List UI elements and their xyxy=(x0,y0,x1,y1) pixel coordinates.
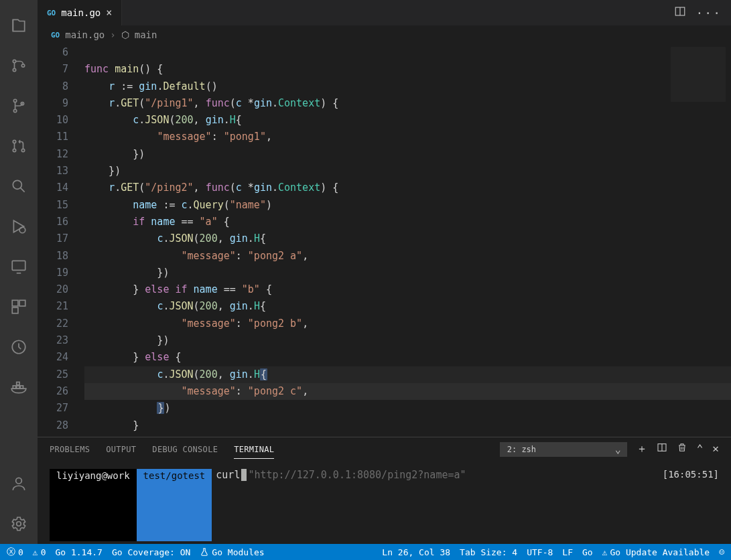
svg-point-9 xyxy=(13,180,21,189)
svg-rect-19 xyxy=(17,382,19,384)
status-tab-size[interactable]: Tab Size: 4 xyxy=(460,547,517,557)
status-feedback-icon[interactable]: ☺ xyxy=(719,547,724,557)
status-coverage[interactable]: Go Coverage: ON xyxy=(112,547,190,557)
branch-icon[interactable] xyxy=(3,90,35,122)
test-icon[interactable] xyxy=(3,331,35,363)
svg-point-3 xyxy=(13,99,16,102)
status-go-modules[interactable]: Go Modules xyxy=(200,547,264,557)
status-go-update[interactable]: ⚠ Go Update Available xyxy=(602,547,710,557)
terminal-selector[interactable]: 2: zsh xyxy=(500,442,627,457)
minimap[interactable] xyxy=(671,47,726,102)
accounts-icon[interactable] xyxy=(3,468,35,500)
svg-point-8 xyxy=(21,149,24,151)
tab-debug-console[interactable]: DEBUG CONSOLE xyxy=(152,445,218,454)
breadcrumb[interactable]: GO main.go › ⬡ main xyxy=(38,25,731,44)
status-go-version[interactable]: Go 1.14.7 xyxy=(55,547,102,557)
status-language[interactable]: Go xyxy=(582,547,593,557)
maximize-panel-icon[interactable]: ⌃ xyxy=(697,442,704,456)
activity-bar xyxy=(0,0,38,544)
editor-area: GO main.go × ··· GO main.go › ⬡ main 678… xyxy=(38,0,731,544)
go-file-icon: GO xyxy=(47,9,56,17)
prompt-path: test/gotest xyxy=(137,469,212,541)
close-tab-icon[interactable]: × xyxy=(106,7,112,19)
prompt-user-host: liyiyang@work xyxy=(50,469,137,541)
svg-point-4 xyxy=(13,109,16,112)
explorer-icon[interactable] xyxy=(3,9,35,42)
bottom-panel: PROBLEMS OUTPUT DEBUG CONSOLE TERMINAL 2… xyxy=(38,437,731,544)
svg-rect-13 xyxy=(19,300,25,306)
svg-point-2 xyxy=(21,64,24,67)
svg-point-10 xyxy=(19,227,25,233)
status-warnings[interactable]: ⚠ 0 xyxy=(33,547,46,557)
package-icon: ⬡ xyxy=(121,29,129,40)
svg-point-0 xyxy=(13,60,15,62)
code-editor[interactable]: 6789101112131415161718192021222324252627… xyxy=(38,44,731,437)
remote-explorer-icon[interactable] xyxy=(3,251,35,283)
docker-icon[interactable] xyxy=(3,371,35,403)
status-bar: ⓧ 0 ⚠ 0 Go 1.14.7 Go Coverage: ON Go Mod… xyxy=(0,544,731,560)
extensions-icon[interactable] xyxy=(3,291,35,323)
tab-output[interactable]: OUTPUT xyxy=(106,445,136,454)
svg-point-20 xyxy=(16,478,22,484)
terminal-cursor xyxy=(241,469,247,481)
more-actions-icon[interactable]: ··· xyxy=(695,6,722,20)
panel-tabs: PROBLEMS OUTPUT DEBUG CONSOLE TERMINAL 2… xyxy=(38,437,731,461)
go-file-icon: GO xyxy=(51,31,60,40)
terminal-command: curl xyxy=(216,469,240,541)
tab-main-go[interactable]: GO main.go × xyxy=(38,0,122,25)
svg-point-1 xyxy=(13,68,15,71)
terminal-argument: "http://127.0.0.1:8080/ping2?name=a" xyxy=(248,469,466,541)
terminal-timestamp: [16:05:51] xyxy=(663,469,719,541)
kill-terminal-icon[interactable] xyxy=(677,442,687,456)
status-eol[interactable]: LF xyxy=(562,547,573,557)
svg-rect-11 xyxy=(12,261,25,270)
breadcrumb-symbol[interactable]: main xyxy=(135,29,157,40)
chevron-right-icon: › xyxy=(110,29,115,40)
code-content[interactable]: func main() { r := gin.Default() r.GET("… xyxy=(84,44,731,437)
status-encoding[interactable]: UTF-8 xyxy=(527,547,553,557)
line-gutter: 6789101112131415161718192021222324252627… xyxy=(38,44,84,437)
breadcrumb-file[interactable]: main.go xyxy=(65,29,105,40)
status-errors[interactable]: ⓧ 0 xyxy=(7,546,23,558)
pull-request-icon[interactable] xyxy=(3,130,35,162)
source-control-icon[interactable] xyxy=(3,50,35,82)
search-icon[interactable] xyxy=(3,170,35,202)
svg-point-21 xyxy=(17,522,21,527)
tab-terminal[interactable]: TERMINAL xyxy=(234,445,274,459)
close-panel-icon[interactable]: ✕ xyxy=(712,442,719,456)
split-editor-icon[interactable] xyxy=(674,5,686,20)
settings-gear-icon[interactable] xyxy=(3,508,35,540)
tab-bar: GO main.go × ··· xyxy=(38,0,731,25)
terminal[interactable]: liyiyang@worktest/gotest curl"http://127… xyxy=(38,461,731,544)
svg-point-6 xyxy=(13,149,15,151)
status-cursor-position[interactable]: Ln 26, Col 38 xyxy=(382,547,450,557)
run-debug-icon[interactable] xyxy=(3,210,35,242)
tab-problems[interactable]: PROBLEMS xyxy=(50,445,90,454)
svg-rect-14 xyxy=(12,307,18,313)
split-terminal-icon[interactable] xyxy=(657,442,667,456)
svg-point-7 xyxy=(13,140,15,143)
tab-filename: main.go xyxy=(61,7,101,18)
new-terminal-icon[interactable]: ＋ xyxy=(637,442,647,456)
svg-rect-12 xyxy=(12,300,18,306)
